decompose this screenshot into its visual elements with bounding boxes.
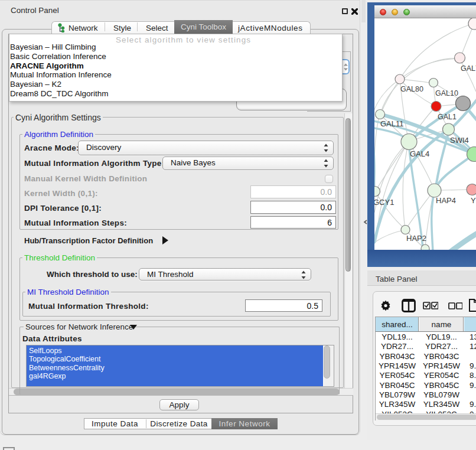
svg-text:GAL7: GAL7 [461, 64, 476, 73]
svg-text:Y: Y [471, 196, 476, 205]
svg-text:HAP4: HAP4 [436, 196, 456, 205]
svg-text:GAL10: GAL10 [435, 89, 458, 97]
svg-text:GCY1: GCY1 [374, 198, 394, 207]
svg-text:HAP2: HAP2 [406, 234, 426, 243]
svg-text:GAL11: GAL11 [380, 119, 404, 128]
svg-text:GAL1: GAL1 [438, 113, 457, 121]
svg-text:SWI4: SWI4 [450, 136, 469, 145]
svg-text:GAL80: GAL80 [400, 85, 423, 93]
svg-text:GAL4: GAL4 [410, 149, 429, 158]
